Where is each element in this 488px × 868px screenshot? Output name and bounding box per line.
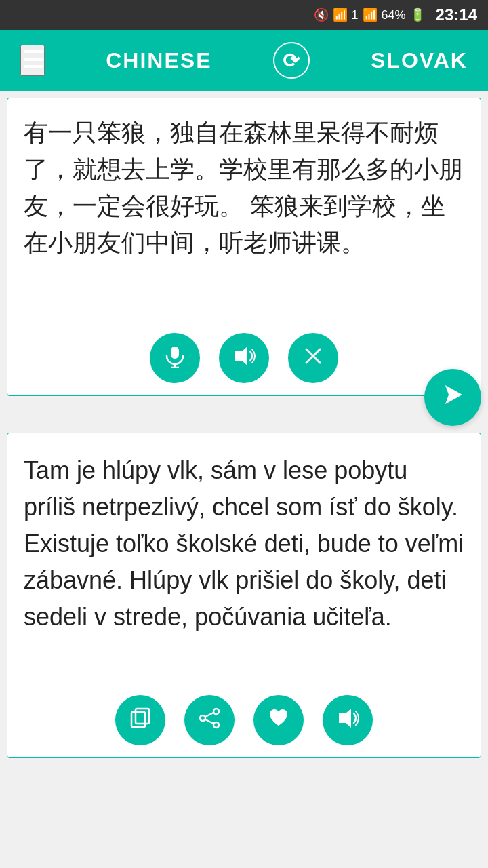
svg-rect-0: [171, 347, 179, 359]
send-button-wrap: [0, 369, 488, 426]
send-icon: [440, 382, 466, 413]
svg-point-9: [214, 709, 219, 714]
target-action-row: [7, 695, 481, 745]
svg-rect-8: [136, 709, 149, 724]
tts-speaker-icon: [336, 707, 359, 734]
time-display: 23:14: [436, 5, 477, 24]
share-icon: [198, 707, 221, 734]
nav-bar: ☰ CHINESE ⟳ SLOVAK: [0, 30, 488, 91]
hamburger-icon: ☰: [22, 46, 43, 74]
status-bar: 🔇 📶 1 📶 64% 🔋 23:14: [0, 0, 488, 30]
heart-icon: [267, 707, 290, 734]
close-icon: [303, 346, 323, 371]
mute-icon: 🔇: [314, 7, 329, 22]
menu-button[interactable]: ☰: [20, 45, 45, 76]
copy-button[interactable]: [115, 695, 165, 745]
svg-marker-6: [445, 385, 462, 404]
favorite-button[interactable]: [253, 695, 304, 745]
sim-icon: 1: [352, 8, 359, 22]
svg-rect-7: [131, 712, 145, 727]
svg-line-13: [205, 719, 214, 724]
svg-marker-3: [235, 347, 247, 366]
swap-icon: ⟳: [283, 49, 300, 73]
target-text: Tam je hlúpy vlk, sám v lese pobytu príl…: [7, 433, 481, 703]
copy-icon: [129, 707, 152, 734]
svg-line-12: [205, 713, 214, 717]
source-language-label: CHINESE: [106, 48, 211, 73]
svg-point-11: [214, 722, 219, 728]
battery-label: 64%: [382, 8, 406, 22]
microphone-icon: [163, 344, 186, 372]
source-panel: 有一只笨狼，独自在森林里呆得不耐烦了，就想去上学。学校里有那么多的小朋友，一定会…: [7, 98, 481, 396]
target-language-label: SLOVAK: [371, 48, 468, 73]
signal-icon: 📶: [363, 7, 378, 22]
svg-marker-14: [339, 709, 351, 728]
battery-icon: 🔋: [410, 7, 425, 22]
speaker-icon: [232, 344, 256, 372]
wifi-icon: 📶: [333, 7, 348, 22]
svg-point-10: [200, 715, 205, 721]
swap-languages-button[interactable]: ⟳: [273, 42, 310, 79]
status-icons: 🔇 📶 1 📶 64% 🔋: [314, 7, 425, 22]
share-button[interactable]: [184, 695, 235, 745]
tts-button[interactable]: [323, 695, 373, 745]
send-button[interactable]: [424, 369, 481, 426]
source-text[interactable]: 有一只笨狼，独自在森林里呆得不耐烦了，就想去上学。学校里有那么多的小朋友，一定会…: [7, 98, 481, 329]
target-panel: Tam je hlúpy vlk, sám v lese pobytu príl…: [7, 433, 481, 758]
